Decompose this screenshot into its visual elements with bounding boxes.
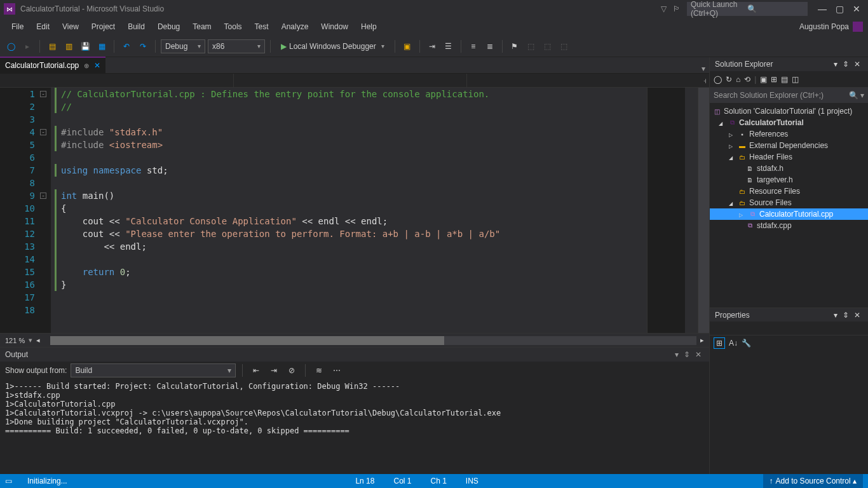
tb-icon-9[interactable]: ⬚: [557, 39, 571, 53]
user-name[interactable]: Augustin Popa: [799, 22, 849, 31]
status-ins[interactable]: INS: [462, 477, 482, 485]
tb-icon-6[interactable]: ⚑: [508, 39, 522, 53]
tb-icon-7[interactable]: ⬚: [524, 39, 538, 53]
status-col[interactable]: Col 1: [390, 477, 415, 485]
soln-prev-icon[interactable]: ◫: [792, 75, 799, 84]
props-cat-icon[interactable]: ⊞: [714, 337, 725, 349]
out-icon-3[interactable]: ⊘: [285, 363, 299, 377]
soln-pin-icon[interactable]: ⇕: [840, 60, 851, 69]
tree-stdafx-h[interactable]: 🗎stdafx.h: [710, 163, 868, 174]
tree-main-cpp[interactable]: ⧉CalculatorTutorial.cpp: [710, 208, 868, 220]
menu-window[interactable]: Window: [315, 22, 355, 31]
soln-home2-icon[interactable]: ⌂: [736, 75, 740, 84]
props-wrench-icon[interactable]: 🔧: [742, 339, 751, 348]
out-icon-4[interactable]: ≋: [312, 363, 326, 377]
hscroll-right[interactable]: ▸: [700, 336, 704, 344]
code-editor[interactable]: 1-234-56789-101112131415161718 // Calcul…: [0, 88, 709, 333]
tb-icon-3[interactable]: ☰: [442, 39, 456, 53]
minimize-button[interactable]: ―: [818, 4, 827, 14]
tree-source-files[interactable]: 🗀Source Files: [710, 197, 868, 208]
tree-stdafx-cpp[interactable]: ⧉stdafx.cpp: [710, 220, 868, 231]
split-icon[interactable]: ⫞: [700, 74, 709, 87]
forward-button[interactable]: ▸: [20, 39, 34, 53]
out-icon-5[interactable]: ⋯: [330, 363, 344, 377]
undo-button[interactable]: ↶: [119, 39, 133, 53]
feedback-icon[interactable]: 🏳: [673, 4, 681, 13]
out-icon-1[interactable]: ⇤: [249, 363, 263, 377]
tree-project[interactable]: ⧉CalculatorTutorial: [710, 117, 868, 128]
props-az-icon[interactable]: A↓: [729, 339, 738, 348]
tree-resource-files[interactable]: 🗀Resource Files: [710, 186, 868, 197]
tree-references[interactable]: ▪References: [710, 128, 868, 140]
maximize-button[interactable]: ▢: [836, 4, 844, 14]
tb-icon-8[interactable]: ⬚: [541, 39, 555, 53]
new-project-button[interactable]: ▤: [45, 39, 59, 53]
platform-combo[interactable]: x86: [208, 39, 265, 53]
zoom-dropdown-icon[interactable]: ▾: [29, 336, 32, 344]
props-close-icon[interactable]: ✕: [851, 311, 863, 320]
status-scc[interactable]: ↑ Add to Source Control ▴: [763, 474, 863, 488]
props-pin-icon[interactable]: ⇕: [840, 311, 851, 320]
close-button[interactable]: ✕: [853, 4, 860, 14]
menu-view[interactable]: View: [56, 22, 85, 31]
back-button[interactable]: ◯: [4, 39, 18, 53]
soln-close-icon[interactable]: ✕: [851, 60, 863, 69]
code-area[interactable]: // CalculatorTutorial.cpp : Defines the …: [51, 88, 647, 333]
soln-sync-icon[interactable]: ⟲: [744, 75, 750, 84]
horizontal-scrollbar[interactable]: [50, 336, 696, 345]
menu-edit[interactable]: Edit: [30, 22, 56, 31]
soln-showall-icon[interactable]: ⊞: [771, 75, 777, 84]
output-dropdown-icon[interactable]: ▾: [672, 350, 681, 359]
solution-search-input[interactable]: Search Solution Explorer (Ctrl+;) 🔍 ▾: [710, 88, 868, 103]
save-button[interactable]: 💾: [78, 39, 92, 53]
output-pin-icon[interactable]: ⇕: [681, 350, 693, 359]
tb-icon-2[interactable]: ⇥: [425, 39, 439, 53]
props-dropdown-icon[interactable]: ▾: [831, 311, 840, 320]
quick-launch-input[interactable]: Quick Launch (Ctrl+Q) 🔍: [687, 2, 808, 16]
menu-build[interactable]: Build: [121, 22, 151, 31]
menu-file[interactable]: File: [5, 22, 30, 31]
menu-team[interactable]: Team: [186, 22, 217, 31]
menu-analyze[interactable]: Analyze: [275, 22, 315, 31]
save-all-button[interactable]: ▦: [95, 39, 109, 53]
file-tab[interactable]: CalculatorTutorial.cpp ⊕ ✕: [0, 57, 105, 73]
soln-refresh-icon[interactable]: ↻: [726, 75, 732, 84]
soln-collapse-icon[interactable]: ▣: [760, 75, 767, 84]
menu-debug[interactable]: Debug: [151, 22, 186, 31]
pin-icon[interactable]: ⊕: [84, 62, 89, 69]
tab-dropdown-icon[interactable]: ▾: [698, 64, 709, 73]
out-icon-2[interactable]: ⇥: [267, 363, 281, 377]
start-debug-button[interactable]: ▶ Local Windows Debugger ▾: [276, 39, 390, 53]
hscroll-left[interactable]: ◂: [36, 336, 40, 344]
tree-header-files[interactable]: 🗀Header Files: [710, 151, 868, 163]
open-file-button[interactable]: ▥: [62, 39, 76, 53]
notifications-icon[interactable]: ▽: [661, 4, 667, 13]
output-source-combo[interactable]: Build: [71, 363, 236, 377]
zoom-level[interactable]: 121 %: [5, 337, 25, 344]
menu-test[interactable]: Test: [248, 22, 275, 31]
tree-targetver-h[interactable]: 🗎targetver.h: [710, 174, 868, 186]
soln-dropdown-icon[interactable]: ▾: [831, 60, 840, 69]
tab-close-icon[interactable]: ✕: [94, 61, 100, 70]
menu-project[interactable]: Project: [85, 22, 121, 31]
tree-external-deps[interactable]: ▬External Dependencies: [710, 140, 868, 151]
nav-bar[interactable]: ⫞: [0, 74, 709, 88]
menu-help[interactable]: Help: [355, 22, 383, 31]
user-avatar[interactable]: [853, 22, 863, 32]
tb-icon-5[interactable]: ≣: [483, 39, 497, 53]
tb-icon-4[interactable]: ≡: [466, 39, 480, 53]
status-line[interactable]: Ln 18: [351, 477, 378, 485]
output-close-icon[interactable]: ✕: [693, 350, 704, 359]
menu-tools[interactable]: Tools: [218, 22, 248, 31]
status-ch[interactable]: Ch 1: [426, 477, 450, 485]
tb-icon-1[interactable]: ▣: [400, 39, 414, 53]
soln-home-icon[interactable]: ◯: [714, 75, 722, 84]
tree-solution[interactable]: ◫Solution 'CalculatorTutorial' (1 projec…: [710, 105, 868, 117]
output-body[interactable]: 1>------ Build started: Project: Calcula…: [0, 379, 709, 474]
vertical-scrollbar[interactable]: [698, 88, 709, 333]
redo-button[interactable]: ↷: [136, 39, 150, 53]
minimap[interactable]: [647, 88, 685, 333]
soln-props-icon[interactable]: ▤: [781, 75, 788, 84]
config-combo[interactable]: Debug: [161, 39, 205, 53]
solution-tree[interactable]: ◫Solution 'CalculatorTutorial' (1 projec…: [710, 103, 868, 308]
